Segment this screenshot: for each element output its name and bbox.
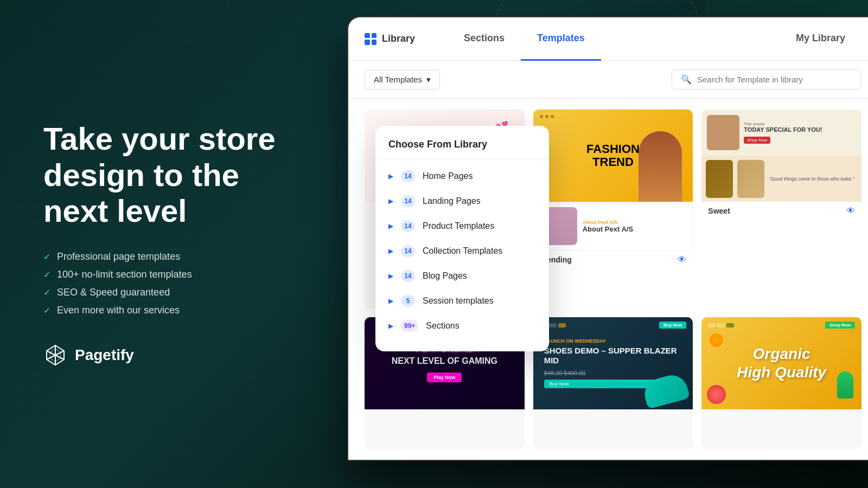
baker-image-2 [737, 160, 764, 198]
feature-text: Professional page templates [57, 251, 180, 262]
arrow-icon: ▶ [388, 247, 393, 255]
baker-image-1 [706, 160, 733, 198]
right-panel: Library Sections Templates My Library [336, 0, 868, 488]
dropdown-item-home-pages[interactable]: ▶ 14 Home Pages [375, 164, 549, 189]
app-toolbar: All Templates ▾ 🔍 [348, 61, 868, 99]
shoes-launch-label: LAUNCH ON WEDNESDAY [544, 338, 682, 344]
shoe-image [641, 371, 690, 409]
sweet-label: Sweet [708, 207, 730, 215]
eye-icon[interactable]: 👁 [678, 255, 686, 265]
feature-item: ✓ Even more with our services [43, 305, 304, 316]
check-icon: ✓ [43, 269, 50, 280]
arrow-icon: ▶ [388, 222, 393, 230]
pext-name: About Pext A/S [583, 225, 687, 233]
home-pages-label: Home Pages [423, 171, 473, 181]
session-templates-badge: 5 [401, 295, 415, 307]
arrow-icon: ▶ [388, 172, 393, 180]
dropdown-item-product-templates[interactable]: ▶ 14 Product Templates [375, 214, 549, 239]
arrow-icon: ▶ [388, 272, 393, 280]
laptop-frame: Library Sections Templates My Library [347, 16, 868, 461]
dropdown-item-sections[interactable]: ▶ 99+ Sections [375, 313, 549, 338]
pagetify-logo [43, 343, 67, 367]
brand: Pagetify [43, 343, 304, 367]
blog-pages-badge: 14 [401, 270, 415, 282]
landing-pages-label: Landing Pages [423, 196, 481, 206]
dropdown-item-landing-pages[interactable]: ▶ 14 Landing Pages [375, 189, 549, 214]
check-icon: ✓ [43, 252, 50, 262]
home-pages-badge: 14 [401, 170, 415, 182]
dropdown-item-session-templates[interactable]: ▶ 5 Session templates [375, 288, 549, 313]
dropdown-title: Choose From Library [375, 139, 549, 159]
tab-my-library[interactable]: My Library [780, 17, 861, 61]
shop-now-badge: Shop Now [825, 322, 855, 329]
laptop-screen: Library Sections Templates My Library [348, 17, 868, 460]
filter-button[interactable]: All Templates ▾ [365, 70, 440, 89]
feature-text: SEO & Speed guaranteed [57, 287, 170, 298]
vegetable-decoration [837, 371, 853, 399]
choose-from-library-dropdown: Choose From Library ▶ 14 Home Pages ▶ 14… [375, 126, 549, 351]
fashion-title: FASHIONTREND [586, 143, 640, 169]
tomato-decoration [707, 385, 726, 404]
dropdown-item-blog-pages[interactable]: ▶ 14 Blog Pages [375, 264, 549, 288]
check-icon: ✓ [43, 305, 50, 316]
search-icon: 🔍 [681, 74, 692, 85]
arrow-icon: ▶ [388, 197, 393, 205]
template-card-organic: Shop Now OrganicHigh Quality [701, 317, 861, 449]
cookie-image [707, 115, 739, 150]
collection-templates-badge: 14 [401, 245, 415, 257]
library-label: Library [382, 33, 415, 44]
brand-name: Pagetify [75, 346, 134, 364]
pext-tag: About Pext A/S [583, 220, 687, 225]
orange-decoration [710, 333, 723, 347]
blog-pages-label: Blog Pages [423, 271, 467, 281]
collection-templates-label: Collection Templates [423, 246, 502, 256]
chevron-down-icon: ▾ [426, 75, 431, 85]
product-templates-badge: 14 [401, 220, 415, 232]
baker-card: "Good things come to those who bake." [701, 156, 861, 202]
feature-item: ✓ SEO & Speed guaranteed [43, 287, 304, 298]
filter-label: All Templates [374, 75, 422, 84]
eye-icon[interactable]: 👁 [846, 206, 855, 216]
template-card-sweet: The usual TODAY SPECIAL FOR YOU! Shop No… [701, 110, 861, 309]
arrow-icon: ▶ [388, 297, 393, 305]
sections-label: Sections [426, 321, 459, 331]
feature-text: 100+ no-limit section templates [57, 269, 192, 280]
tab-sections[interactable]: Sections [448, 17, 521, 61]
search-box[interactable]: 🔍 [672, 69, 861, 89]
today-special-text: The usual TODAY SPECIAL FOR YOU! Shop No… [744, 121, 822, 143]
feature-item: ✓ 100+ no-limit section templates [43, 269, 304, 280]
sweet-card-label: Sweet 👁 [701, 202, 861, 220]
dropdown-item-collection-templates[interactable]: ▶ 14 Collection Templates [375, 239, 549, 264]
template-card-fashion: FASHIONTREND About Pext A/S About Pext A… [533, 110, 693, 309]
template-card-shoes: Buy Now LAUNCH ON WEDNESDAY SHOES DEMO –… [533, 317, 693, 449]
shoes-title: SHOES DEMO – SUPPER BLAZER MID [544, 346, 682, 365]
fashion-card-label: Trending 👁 [533, 251, 693, 269]
arrow-icon: ▶ [388, 322, 393, 330]
landing-pages-badge: 14 [401, 195, 415, 207]
nav-library[interactable]: Library [365, 33, 415, 45]
app-nav: Library Sections Templates My Library [348, 17, 868, 61]
pext-info: About Pext A/S About Pext A/S [583, 220, 687, 233]
fashion-person [639, 131, 682, 202]
product-templates-label: Product Templates [423, 221, 494, 231]
feature-text: Even more with our services [57, 305, 180, 316]
check-icon: ✓ [43, 287, 50, 298]
session-templates-label: Session templates [423, 296, 494, 306]
search-input[interactable] [697, 75, 852, 84]
hero-title: Take your store design to the next level [43, 121, 304, 229]
buy-now-badge: Buy Now [659, 322, 686, 329]
sections-badge: 99+ [401, 320, 418, 332]
features-list: ✓ Professional page templates ✓ 100+ no-… [43, 251, 304, 316]
grid-icon [365, 33, 376, 45]
baker-quote: "Good things come to those who bake." [769, 160, 857, 197]
gaming-cta[interactable]: Play Now [427, 373, 462, 382]
tab-templates[interactable]: Templates [521, 17, 601, 61]
feature-item: ✓ Professional page templates [43, 251, 304, 262]
about-pext-card: About Pext A/S About Pext A/S [533, 202, 693, 251]
organic-title: OrganicHigh Quality [737, 345, 826, 381]
left-panel: Take your store design to the next level… [0, 88, 336, 400]
